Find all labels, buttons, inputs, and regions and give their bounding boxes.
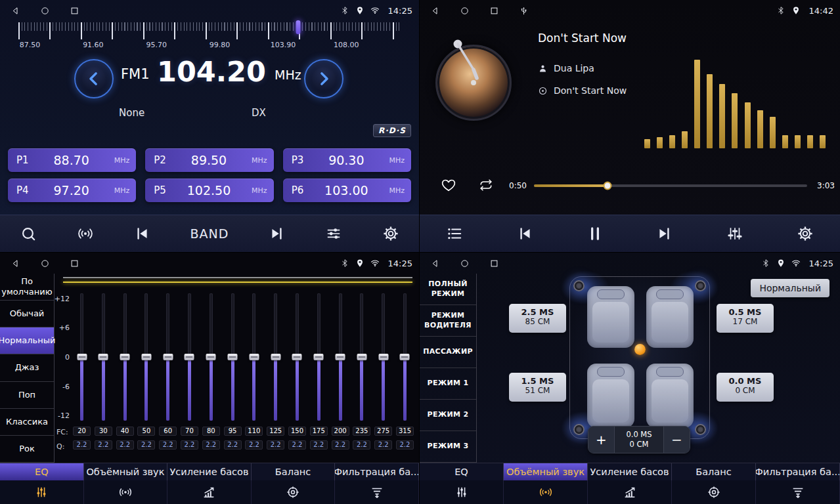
eq-preset-pop[interactable]: Поп xyxy=(0,382,54,409)
eq-slider-handle[interactable] xyxy=(206,354,216,360)
eq-slider-handle[interactable] xyxy=(357,354,366,360)
balance-icon[interactable] xyxy=(252,480,336,504)
tune-down-button[interactable] xyxy=(74,59,114,98)
tab-eq[interactable]: EQ xyxy=(420,463,504,480)
eq-mixer-icon[interactable] xyxy=(420,480,504,504)
favorite-icon[interactable] xyxy=(441,177,456,193)
filter-icon[interactable] xyxy=(756,480,840,504)
eq-preset-jazz[interactable]: Джаз xyxy=(0,354,54,381)
recents-icon[interactable] xyxy=(70,6,79,16)
eq-band-slider[interactable] xyxy=(144,293,148,421)
eq-band-slider[interactable] xyxy=(382,293,385,421)
eq-slider-handle[interactable] xyxy=(400,354,410,360)
eq-slider-handle[interactable] xyxy=(185,354,194,360)
recents-icon[interactable] xyxy=(489,259,499,268)
tuning-scale[interactable] xyxy=(18,22,402,39)
eq-preset-default[interactable]: По умолчанию xyxy=(0,274,54,301)
tab-surround[interactable]: Объёмный звук xyxy=(84,463,168,480)
back-icon[interactable] xyxy=(430,6,440,16)
eq-band-slider[interactable] xyxy=(360,293,363,421)
seek-bar[interactable] xyxy=(534,184,807,187)
settings-icon[interactable] xyxy=(382,225,399,242)
eq-preset-custom[interactable]: Обычай xyxy=(0,301,54,327)
mode-passenger[interactable]: ПАССАЖИР xyxy=(420,337,476,368)
sound-focus-point[interactable] xyxy=(634,344,646,355)
recents-icon[interactable] xyxy=(70,259,79,268)
seek-next-icon[interactable] xyxy=(269,225,286,242)
cabin-view[interactable] xyxy=(569,276,710,439)
preset-p1[interactable]: P1 88.70 MHz xyxy=(8,148,136,172)
recents-icon[interactable] xyxy=(489,6,499,16)
tab-filter[interactable]: Фильтрация ба... xyxy=(756,463,840,480)
back-icon[interactable] xyxy=(11,6,20,16)
tune-up-button[interactable] xyxy=(304,59,343,98)
eq-slider-handle[interactable] xyxy=(271,354,280,360)
broadcast-seek-icon[interactable] xyxy=(77,225,94,242)
eq-band-slider[interactable] xyxy=(296,293,299,421)
back-icon[interactable] xyxy=(11,259,20,268)
preset-p3[interactable]: P3 90.30 MHz xyxy=(283,148,411,172)
seek-bar-thumb[interactable] xyxy=(604,182,612,190)
preset-p4[interactable]: P4 97.20 MHz xyxy=(8,178,136,202)
preset-p6[interactable]: P6 103.00 MHz xyxy=(283,178,411,202)
eq-preset-normal[interactable]: Нормальный xyxy=(0,327,54,354)
tab-surround[interactable]: Объёмный звук xyxy=(504,463,588,480)
tab-eq[interactable]: EQ xyxy=(0,463,84,480)
eq-slider-handle[interactable] xyxy=(77,354,87,360)
eq-band-slider[interactable] xyxy=(188,293,191,421)
home-icon[interactable] xyxy=(40,6,50,16)
next-track-icon[interactable] xyxy=(656,225,673,242)
mode-full[interactable]: ПОЛНЫЙ РЕЖИМ xyxy=(420,274,476,305)
eq-band-slider[interactable] xyxy=(210,293,213,421)
home-icon[interactable] xyxy=(460,259,470,268)
eq-band-slider[interactable] xyxy=(403,293,407,421)
bass-boost-icon[interactable] xyxy=(588,480,672,504)
balance-icon[interactable] xyxy=(672,480,756,504)
mode-driver[interactable]: РЕЖИМ ВОДИТЕЛЯ xyxy=(420,305,476,337)
eq-band-slider[interactable] xyxy=(166,293,169,421)
eq-band-slider[interactable] xyxy=(339,293,342,421)
sound-preset-button[interactable]: Нормальный xyxy=(751,279,829,297)
previous-track-icon[interactable] xyxy=(516,225,533,242)
tab-balance[interactable]: Баланс xyxy=(672,463,756,480)
eq-mixer-icon[interactable] xyxy=(0,480,84,504)
equalizer-icon[interactable] xyxy=(325,225,342,242)
eq-slider-handle[interactable] xyxy=(249,354,259,360)
eq-slider-handle[interactable] xyxy=(336,354,345,360)
eq-band-slider[interactable] xyxy=(123,293,127,421)
eq-band-slider[interactable] xyxy=(252,293,255,421)
eq-slider-handle[interactable] xyxy=(292,354,302,360)
preset-p5[interactable]: P5 102.50 MHz xyxy=(145,178,273,202)
eq-band-slider[interactable] xyxy=(80,293,83,421)
filter-icon[interactable] xyxy=(335,480,419,504)
eq-band-slider[interactable] xyxy=(274,293,277,421)
eq-preset-classic[interactable]: Классика xyxy=(0,409,54,436)
surround-sound-icon[interactable] xyxy=(504,480,588,504)
band-button[interactable]: BAND xyxy=(190,226,229,241)
mode-3[interactable]: РЕЖИМ 3 xyxy=(420,431,476,463)
surround-sound-icon[interactable] xyxy=(84,480,168,504)
tab-bass-boost[interactable]: Усиление басов xyxy=(167,463,252,480)
tab-balance[interactable]: Баланс xyxy=(252,463,336,480)
eq-slider-handle[interactable] xyxy=(378,354,388,360)
eq-slider-handle[interactable] xyxy=(120,354,130,360)
mode-1[interactable]: РЕЖИМ 1 xyxy=(420,368,476,400)
playlist-icon[interactable] xyxy=(446,225,463,242)
settings-icon[interactable] xyxy=(797,225,814,242)
eq-slider-handle[interactable] xyxy=(228,354,238,360)
eq-band-slider[interactable] xyxy=(317,293,321,421)
eq-preset-rock[interactable]: Рок xyxy=(0,436,54,463)
tuner-pointer[interactable] xyxy=(296,20,301,34)
pause-icon[interactable] xyxy=(586,225,604,242)
mode-2[interactable]: РЕЖИМ 2 xyxy=(420,400,476,431)
eq-slider-handle[interactable] xyxy=(141,354,151,360)
decrease-delay-button[interactable]: − xyxy=(663,427,690,453)
home-icon[interactable] xyxy=(40,259,50,268)
tab-bass-boost[interactable]: Усиление басов xyxy=(588,463,672,480)
eq-band-slider[interactable] xyxy=(231,293,234,421)
preset-p2[interactable]: P2 89.50 MHz xyxy=(145,148,273,172)
eq-band-slider[interactable] xyxy=(102,293,105,421)
eq-slider-handle[interactable] xyxy=(314,354,324,360)
back-icon[interactable] xyxy=(430,259,440,268)
mixer-icon[interactable] xyxy=(726,225,743,242)
